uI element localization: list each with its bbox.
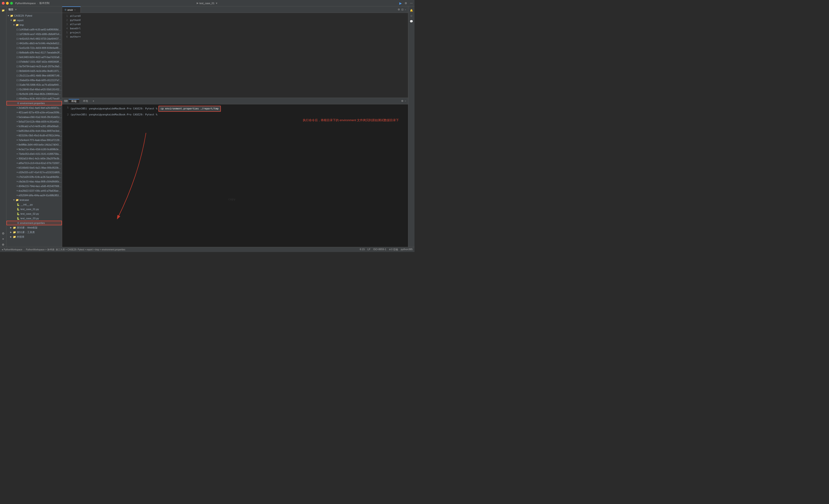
tmp-files: { }1cf436a6-ca99-4c30-ae82-bdf0f6958d2a-…	[6, 27, 62, 101]
tree-test03[interactable]: 🐍 test_case_03.py	[6, 216, 62, 221]
list-item[interactable]: { }8b5b6649-0d25-4e2d-bf6e-9bd8119719dc-…	[6, 69, 62, 73]
list-item[interactable]: ≡73e6e353-d3e0-4151-9141-41895758ad03-at…	[6, 151, 62, 156]
terminal-tab-left: ⌨ 终端 本地 +	[62, 98, 96, 104]
tree-test01[interactable]: 🐍 test_case_01.py	[6, 207, 62, 212]
env-properties-testcase[interactable]: ⚙ environment.properties	[6, 221, 62, 225]
tree-external[interactable]: ▶ 📁 外部库	[6, 235, 62, 239]
close-button[interactable]	[2, 2, 5, 5]
right-sidebar-icons: 🔔 ☆ 💬	[408, 6, 414, 247]
chat-icon[interactable]: 💬	[409, 19, 414, 24]
titlebar: PythonWorkspace › 版本控制 ▶ test_case_01 ▼ …	[0, 0, 414, 6]
attachment-files: ≡2b3d625f-43a1-4ae6-9def-a26c66587a01-at…	[6, 106, 62, 197]
list-item[interactable]: ≡c9a3dc33-4dac-4daa-96f8-c564d9fd90c0-at…	[6, 179, 62, 184]
list-item[interactable]: ≡d549e215-794d-4acc-a5d5-4f15407908a6-at…	[6, 184, 62, 188]
terminal-line-1: 5 (python385) yangkai@yangkaideMacBook-P…	[64, 106, 406, 112]
list-item[interactable]: ≡b5166b60-5be5-4a21-98ae-906c9520b948-at…	[6, 166, 62, 170]
tab-terminal[interactable]: 终端	[69, 99, 79, 103]
minus-icon[interactable]: −	[405, 8, 406, 11]
list-item[interactable]: ≡a95a7313-c2c9-43cd-82a2-670c732007c6-at…	[6, 161, 62, 166]
list-item[interactable]: ≡c7b21d28-02fb-414b-ac36-5aca84b05b7e-at…	[6, 175, 62, 179]
list-item[interactable]: { }6efc3483-8d34-4b22-ad7f-0aa7d192a884-…	[6, 55, 62, 60]
breadcrumb: PythonWorkspace > 第49课: 第三方库 > CASE29: P…	[26, 248, 125, 251]
list-item[interactable]: { }26aba92e-6f8a-4bab-b0f3-c6122137a7c4-…	[6, 78, 62, 82]
indent: 4个空格	[389, 248, 398, 251]
list-item[interactable]: ≡5c98cab2-a7e3-4e09-a391-d95a56ba93c2-at…	[6, 124, 62, 129]
list-item[interactable]: ≡7e5e4ee4-7f73-4aab-b5aa-3961d72139eb-at…	[6, 138, 62, 142]
list-item[interactable]: ≡e05259f4-b8fa-484a-aa34-61e98fb3f539-at…	[6, 193, 62, 197]
interpreter: python385	[401, 248, 413, 251]
bottom-icon-3[interactable]: ⊕	[1, 242, 6, 247]
env-properties-tmp[interactable]: ⚙ environment.properties	[6, 101, 62, 106]
tree-report[interactable]: ▼ 📁 report	[6, 18, 62, 23]
run-icon[interactable]: ▶	[399, 1, 402, 5]
project-icon[interactable]: 📁	[1, 8, 6, 13]
tree-root[interactable]: ▼ 📁 CASE29: Pytest	[6, 13, 62, 18]
debug-icon[interactable]: ⚙	[405, 2, 407, 5]
line-col: 6:15	[360, 248, 364, 251]
file-tree[interactable]: ▼ 📁 CASE29: Pytest ▼ 📁 report ▼ 📁 tmp	[6, 13, 62, 247]
list-item[interactable]: ≡c02fe333-cc87-41ef-917e-a319232d8055-at…	[6, 170, 62, 175]
editor-area: ⚙ envir × ⚙ ⊡ − 1allureV 2pythonV	[62, 6, 408, 247]
list-item[interactable]: ≡6f23159c-f3b5-45e3-8cd9-e57852c344a3-at…	[6, 133, 62, 138]
tree-test02[interactable]: 🐍 test_case_02.py	[6, 212, 62, 216]
minimize-button[interactable]	[6, 2, 9, 5]
maximize-button[interactable]	[10, 2, 13, 5]
list-item[interactable]: ≡5b5a372d-612b-49bb-b509-4c361ed5dac1-at…	[6, 119, 62, 124]
version-control-label: 版本控制	[39, 1, 49, 5]
project-label: 项目	[8, 8, 13, 11]
more-icon[interactable]: ⋯	[410, 2, 413, 5]
list-item[interactable]: { }31a8e765-5898-453c-ac79-a50daf9493a7-…	[6, 82, 62, 87]
bottom-icon-2[interactable]: ≡	[1, 236, 6, 242]
list-item[interactable]: { }f2c28848-05af-48bd-a420-55b519143256-…	[6, 87, 62, 92]
list-item[interactable]: { }1cf436a6-ca99-4c30-ae82-bdf0f6958d2a-…	[6, 27, 62, 32]
list-item[interactable]: ≡4f21cae6-927a-4f29-a16e-e41eae265fb2-at…	[6, 110, 62, 115]
list-item[interactable]: ≡3582a51f-86e1-4e2c-b60e-28a2978e3b32-at…	[6, 156, 62, 161]
list-item[interactable]: ≡5a1eabaa-e3b0-41a2-8cb5-39c41eb01ca9-at…	[6, 115, 62, 119]
list-item[interactable]: { }07b9b8b7-3331-4587-b02e-46f65960ff0b-…	[6, 60, 62, 64]
tree-section50[interactable]: ▶ 📁 第50课：Web框架	[6, 225, 62, 230]
editor-tab-bar: ⚙ envir × ⚙ ⊡ −	[62, 6, 408, 13]
list-item[interactable]: { }25c2111a-d951-4b66-9fee-b900f67148b4-…	[6, 73, 62, 78]
editor-tab-actions: ⚙ ⊡ −	[396, 6, 408, 13]
panel-header: 项目 ▼	[6, 6, 62, 13]
tab-envir[interactable]: ⚙ envir ×	[62, 6, 81, 13]
settings-icon[interactable]: ⚙	[398, 8, 400, 11]
terminal-settings-icon[interactable]: ⚙	[401, 100, 403, 103]
tab-add-button[interactable]: +	[93, 99, 95, 103]
list-item[interactable]: { }8a754784-bab3-4e25-bca0-2f37bc3fa07d-…	[6, 64, 62, 69]
terminal-icon: ⌨	[64, 100, 68, 103]
annotation-text: 执行命令后，将根目录下的 environment 文件拷贝到原始测试数据目录下	[303, 118, 399, 122]
tree-tmp[interactable]: ▼ 📁 tmp	[6, 23, 62, 27]
copy-label: copy	[228, 197, 236, 201]
list-item[interactable]: { }5ce51c59-722c-4b59-999f-933fe9a4f88b-…	[6, 46, 62, 50]
bottom-icon-1[interactable]: ⚙	[1, 231, 6, 236]
arrow-diagram	[62, 104, 408, 247]
terminal-content[interactable]: 5 (python385) yangkai@yangkaideMacBook-P…	[62, 104, 408, 247]
notification-icon[interactable]: 🔔	[409, 8, 414, 13]
list-item[interactable]: ≡8e6fffbb-2b94-445f-be6e-14b2a17d0430-at…	[6, 142, 62, 147]
terminal-actions: ⚙ −	[399, 98, 408, 104]
list-item[interactable]: { }6b8bdafb-d2fb-4ea1-8117-7aeada8e2ff2-…	[6, 50, 62, 55]
list-item[interactable]: ≡dca28d22-0237-436c-a443-a79a636ae75d-at…	[6, 188, 62, 193]
split-icon[interactable]: ⊡	[401, 8, 403, 11]
traffic-lights	[2, 2, 13, 5]
bookmark-icon[interactable]: ☆	[409, 13, 414, 19]
list-item[interactable]: { }4f42e95c-d8d3-4e7d-84fc-44a3e8e8128e-…	[6, 41, 62, 46]
editor-tabs: ⚙ envir ×	[62, 6, 81, 13]
tab-local[interactable]: 本地	[80, 99, 91, 103]
list-item[interactable]: ≡9e3a171e-30eb-42b6-b180-9cd698b3e5e4-at…	[6, 147, 62, 151]
terminal-minimize-icon[interactable]: −	[405, 100, 406, 102]
statusbar-right: 6:15 LF ISO-8859-1 4个空格 python385	[360, 248, 413, 251]
tree-section51[interactable]: ▶ 📁 第51课：工具类	[6, 230, 62, 235]
list-item[interactable]: { }f6cf9c09-10f9-44ad-882b-23f6f091da34-…	[6, 92, 62, 96]
list-item[interactable]: { }1d728b56-ace7-492b-b086-cfb8d4f7e4bd-…	[6, 32, 62, 36]
list-item[interactable]: { }f69d58ea-863b-4569-82b9-daff27bea6f7-…	[6, 96, 62, 101]
terminal-line-2: 2 (python385) yangkai@yangkaideMacBook-P…	[64, 113, 406, 117]
list-item[interactable]: { }4e92c815-f4e5-4802-8720-2da404437936-…	[6, 36, 62, 41]
tree-testcase[interactable]: ▼ 📁 testcase	[6, 197, 62, 202]
list-item[interactable]: ≡6a9519bd-d25b-4cb4-83ea-86f07ee3ed03-at…	[6, 129, 62, 133]
run-target: ▶ test_case_01 ▼	[197, 2, 218, 5]
list-item[interactable]: ≡2b3d625f-43a1-4ae6-9def-a26c66587a01-at…	[6, 106, 62, 110]
tree-init[interactable]: 🐍 __init__.py	[6, 202, 62, 207]
charset: ISO-8859-1	[373, 248, 386, 251]
